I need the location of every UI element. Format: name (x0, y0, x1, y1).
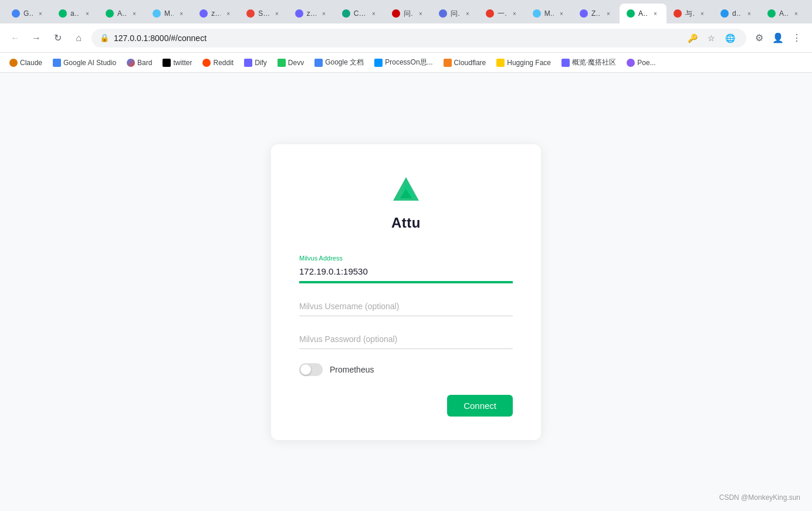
url-bar[interactable]: 🔒 127.0.0.1:8000/#/connect 🔑 ☆ 🌐 (92, 29, 746, 48)
tab-zillizt1[interactable]: zillizt × (192, 4, 239, 23)
tab-close-milvu2[interactable]: × (557, 9, 566, 18)
tab-close-yiwen[interactable]: × (510, 9, 519, 18)
bookmark-star-icon[interactable]: ☆ (703, 30, 719, 46)
bookmark-modelscope[interactable]: 概览·魔搭社区 (557, 55, 621, 70)
bookmark-poe[interactable]: Poe... (622, 56, 660, 69)
tab-goog[interactable]: Goog × (5, 4, 52, 23)
bookmark-bard[interactable]: Bard (122, 56, 157, 69)
tab-label-wenwen: 问题... (451, 9, 460, 19)
bookmark-dify[interactable]: Dify (239, 56, 272, 69)
tab-label-docker: dock... (732, 9, 742, 18)
bookmark-favicon-cloudflare (444, 59, 452, 67)
translate-icon[interactable]: 🌐 (722, 30, 738, 46)
tab-docker[interactable]: dock... × (713, 4, 760, 23)
tab-chatg[interactable]: ChatG... × (335, 4, 385, 23)
tab-close-zillizt1[interactable]: × (224, 9, 232, 18)
tab-close-attu1[interactable]: × (83, 9, 92, 18)
bookmark-twitter[interactable]: twitter (158, 56, 197, 69)
toggle-thumb (300, 364, 311, 375)
tab-label-yiwen: 一文... (498, 9, 507, 19)
tab-close-chatg[interactable]: × (370, 9, 378, 18)
tab-label-attu2: Attu (117, 9, 127, 18)
page-content: Attu Milvus Address Prometheus (0, 73, 812, 511)
tab-close-zilliz[interactable]: × (604, 9, 613, 18)
tab-csdn[interactable]: 问题... × (385, 4, 432, 23)
bookmark-favicon-huggingface (496, 59, 505, 67)
bookmark-devv[interactable]: Devv (273, 56, 309, 69)
tab-favicon-attu2 (106, 9, 114, 18)
bookmark-label-dify: Dify (255, 59, 267, 67)
tab-favicon-zilliz (580, 9, 588, 18)
tab-favicon-goog (12, 9, 20, 18)
tab-favicon-csdn (392, 9, 400, 18)
tab-favicon-milvu2 (533, 9, 541, 18)
tab-favicon-yuwen (674, 9, 682, 18)
bookmark-favicon-modelscope (561, 59, 570, 67)
tab-label-csdn: 问题... (404, 9, 413, 19)
home-button[interactable]: ⌂ (70, 30, 87, 46)
menu-button[interactable]: ⋮ (789, 30, 805, 46)
tab-close-active[interactable]: × (651, 9, 659, 18)
tab-attu2[interactable]: Attu × (99, 4, 146, 23)
tab-label-chatg: ChatG... (354, 9, 366, 18)
tab-search[interactable]: Searc... × (239, 4, 288, 23)
tab-wenwen[interactable]: 问题... × (432, 4, 479, 23)
tab-bar: Goog × attu ? × Attu × Milvu... × zilliz… (0, 0, 812, 23)
tab-close-search[interactable]: × (273, 9, 281, 18)
username-field (299, 297, 513, 316)
bookmark-reddit[interactable]: Reddit (198, 56, 238, 69)
tab-close-docker[interactable]: × (745, 9, 753, 18)
bookmark-favicon-reddit (202, 59, 211, 67)
bookmark-favicon-claude (9, 59, 18, 67)
logo-area: Attu (299, 172, 513, 231)
bookmark-label-devv: Devv (288, 59, 304, 67)
tab-label-search: Searc... (258, 9, 269, 18)
browser-frame: Goog × attu ? × Attu × Milvu... × zilliz… (0, 0, 812, 511)
address-input[interactable] (299, 263, 513, 282)
prometheus-row: Prometheus (299, 363, 513, 376)
profile-button[interactable]: 👤 (770, 30, 786, 46)
tab-attu1[interactable]: attu ? × (52, 4, 99, 23)
browser-actions: ⚙ 👤 ⋮ (751, 30, 805, 46)
connect-button[interactable]: Connect (447, 395, 513, 417)
extensions-button[interactable]: ⚙ (751, 30, 767, 46)
bookmark-processon[interactable]: ProcessOn思... (370, 55, 437, 70)
tab-milvu1[interactable]: Milvu... × (146, 4, 192, 23)
bookmark-favicon-google-docs (314, 59, 323, 67)
tab-yiwen[interactable]: 一文... × (479, 4, 526, 23)
tab-close-zillizt2[interactable]: × (320, 9, 328, 18)
tab-zillizt2[interactable]: zillizt × (288, 4, 335, 23)
bookmark-cloudflare[interactable]: Cloudflare (439, 56, 491, 69)
bookmark-favicon-twitter (163, 59, 171, 67)
bookmark-claude[interactable]: Claude (5, 56, 47, 69)
tab-favicon-active (627, 9, 635, 18)
tab-close-wenwen[interactable]: × (463, 9, 472, 18)
tab-yuwen[interactable]: 与文... × (666, 4, 713, 23)
tab-close-csdn[interactable]: × (417, 9, 425, 18)
tab-close-goog[interactable]: × (36, 9, 45, 18)
tab-close-attu3[interactable]: × (792, 9, 800, 18)
bookmark-google-ai-studio[interactable]: Google AI Studio (48, 56, 121, 69)
password-input[interactable] (299, 330, 513, 349)
bookmark-google-docs[interactable]: Google 文档 (310, 55, 368, 70)
tab-close-milvu1[interactable]: × (177, 9, 185, 18)
bookmark-huggingface[interactable]: Hugging Face (492, 56, 556, 69)
prometheus-toggle[interactable] (299, 363, 323, 376)
username-input[interactable] (299, 297, 513, 316)
forward-button[interactable]: → (28, 30, 45, 46)
tab-favicon-milvu1 (153, 9, 161, 18)
tab-milvu2[interactable]: Milvu... × (526, 4, 573, 23)
tab-zilliz[interactable]: Zilliz... × (573, 4, 620, 23)
tab-close-attu2[interactable]: × (130, 9, 138, 18)
back-button[interactable]: ← (7, 30, 23, 46)
tab-label-attu3: Attu (779, 9, 789, 18)
bookmark-label-reddit: Reddit (213, 59, 234, 67)
bookmark-label-claude: Claude (20, 59, 42, 67)
button-row: Connect (299, 395, 513, 417)
tab-active[interactable]: AI... × (620, 4, 666, 23)
reload-button[interactable]: ↻ (49, 30, 66, 46)
password-manager-icon[interactable]: 🔑 (684, 30, 701, 46)
tab-attu3[interactable]: Attu × (760, 4, 807, 23)
connect-card: Attu Milvus Address Prometheus (271, 144, 541, 440)
tab-close-yuwen[interactable]: × (698, 9, 706, 18)
